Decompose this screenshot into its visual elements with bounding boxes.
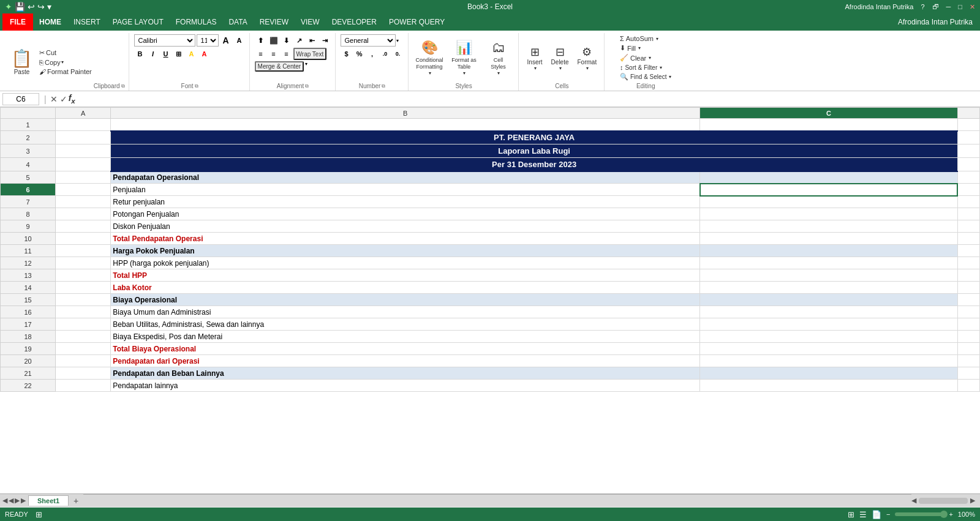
cell-10-A[interactable] — [56, 233, 111, 245]
cell-16-A[interactable] — [56, 306, 111, 318]
indent-inc-btn[interactable]: ⇥ — [319, 34, 331, 47]
cell-7-B[interactable]: Retur penjualan — [111, 196, 700, 208]
merge-center-btn[interactable]: Merge & Center — [255, 61, 304, 72]
italic-button[interactable]: I — [147, 48, 159, 60]
minimize-btn[interactable]: ─ — [946, 3, 951, 10]
cell-8-B[interactable]: Potongan Penjualan — [111, 208, 700, 220]
close-btn[interactable]: ✕ — [970, 3, 975, 11]
view-menu-item[interactable]: VIEW — [295, 13, 326, 31]
cell-2-A[interactable] — [56, 131, 111, 144]
cell-6-B[interactable]: Penjualan — [111, 184, 700, 196]
find-select-btn[interactable]: 🔍 Find & Select ▾ — [618, 72, 673, 81]
sheet-nav-prev[interactable]: ◀ — [2, 497, 7, 504]
cell-18-C[interactable] — [700, 331, 958, 343]
cell-13-B[interactable]: Total HPP — [111, 269, 700, 282]
insert-function-btn[interactable]: fx — [69, 93, 75, 105]
cell-1-C[interactable] — [700, 119, 958, 131]
autosum-dropdown[interactable]: ▾ — [656, 36, 658, 42]
row-header-19[interactable]: 19 — [1, 343, 56, 355]
developer-menu-item[interactable]: DEVELOPER — [326, 13, 383, 31]
fill-dropdown[interactable]: ▾ — [638, 45, 641, 51]
cell-22-B[interactable]: Pendapatan lainnya — [111, 380, 700, 392]
row-header-9[interactable]: 9 — [1, 220, 56, 233]
cell-16-B[interactable]: Biaya Umum dan Administrasi — [111, 306, 700, 318]
cell-9-A[interactable] — [56, 220, 111, 233]
row-header-12[interactable]: 12 — [1, 257, 56, 269]
cell-16-C[interactable] — [700, 306, 958, 318]
alignment-expand-icon[interactable]: ⧉ — [305, 83, 309, 89]
row-header-1[interactable]: 1 — [1, 119, 56, 131]
cell-15-B[interactable]: Biaya Operasional — [111, 294, 700, 306]
conditional-formatting-btn[interactable]: 🎨 ConditionalFormatting ▾ — [413, 39, 446, 77]
cell-22-A[interactable] — [56, 380, 111, 392]
cell-6-C[interactable] — [700, 184, 958, 196]
cell-9-C[interactable] — [700, 220, 958, 233]
cell-17-A[interactable] — [56, 318, 111, 331]
row-header-8[interactable]: 8 — [1, 208, 56, 220]
help-btn[interactable]: ? — [921, 3, 924, 10]
fill-color-btn[interactable]: A — [186, 48, 198, 60]
align-center-btn[interactable]: ≡ — [268, 48, 280, 60]
user-account[interactable]: Afrodinda Intan Putrika — [898, 18, 978, 26]
row-header-10[interactable]: 10 — [1, 233, 56, 245]
autosum-btn[interactable]: Σ AutoSum ▾ — [618, 34, 660, 43]
formula-input[interactable] — [79, 95, 978, 103]
align-bottom-btn[interactable]: ⬇ — [281, 34, 293, 47]
font-shrink-btn[interactable]: A — [233, 34, 246, 47]
font-size-select[interactable]: 11 — [197, 34, 219, 47]
power-query-menu-item[interactable]: POWER QUERY — [383, 13, 451, 31]
clear-dropdown[interactable]: ▾ — [649, 55, 651, 61]
cell-4-B[interactable]: Per 31 Desember 2023 — [111, 158, 958, 171]
add-sheet-btn[interactable]: + — [69, 495, 83, 507]
bold-button[interactable]: B — [134, 48, 146, 60]
h-scroll-left[interactable]: ◀ — [911, 497, 916, 504]
cell-20-C[interactable] — [700, 355, 958, 367]
format-as-table-btn[interactable]: 📊 Format asTable ▾ — [448, 39, 480, 77]
clipboard-expand-icon[interactable]: ⧉ — [121, 83, 125, 89]
align-top-btn[interactable]: ⬆ — [255, 34, 267, 47]
cell-3-B[interactable]: Laporan Laba Rugi — [111, 144, 958, 158]
font-color-btn[interactable]: A — [198, 48, 211, 60]
col-header-c[interactable]: C — [700, 108, 958, 119]
currency-btn[interactable]: $ — [341, 48, 353, 60]
sheet-tab-sheet1[interactable]: Sheet1 — [28, 495, 69, 506]
cell-14-B[interactable]: Laba Kotor — [111, 282, 700, 294]
comma-btn[interactable]: , — [366, 48, 379, 60]
review-menu-item[interactable]: REVIEW — [254, 13, 295, 31]
cell-13-A[interactable] — [56, 269, 111, 282]
row-header-6[interactable]: 6 — [1, 184, 56, 196]
format-painter-button[interactable]: 🖌 Format Painter — [37, 67, 94, 76]
cell-14-C[interactable] — [700, 282, 958, 294]
cancel-formula-btn[interactable]: ✕ — [50, 94, 58, 104]
font-name-select[interactable]: Calibri — [134, 34, 195, 47]
align-middle-btn[interactable]: ⬛ — [268, 34, 280, 47]
row-header-20[interactable]: 20 — [1, 355, 56, 367]
delete-btn[interactable]: ⊟ Delete ▾ — [548, 42, 573, 74]
row-header-11[interactable]: 11 — [1, 245, 56, 257]
cell-5-C[interactable] — [700, 171, 958, 184]
cell-18-B[interactable]: Biaya Ekspedisi, Pos dan Meterai — [111, 331, 700, 343]
cell-10-B[interactable]: Total Pendapatan Operasi — [111, 233, 700, 245]
cell-19-C[interactable] — [700, 343, 958, 355]
number-format-dropdown[interactable]: ▾ — [396, 38, 399, 43]
cell-17-B[interactable]: Beban Utilitas, Administrasi, Sewa dan l… — [111, 318, 700, 331]
indent-dec-btn[interactable]: ⇤ — [306, 34, 318, 47]
number-expand-icon[interactable]: ⧉ — [382, 83, 385, 89]
row-header-4[interactable]: 4 — [1, 158, 56, 171]
cell-22-C[interactable] — [700, 380, 958, 392]
text-angle-btn[interactable]: ↗ — [293, 34, 306, 47]
copy-dropdown-icon[interactable]: ▾ — [61, 59, 64, 65]
cell-1-A[interactable] — [56, 119, 111, 131]
sheet-nav-next2[interactable]: ▶ — [21, 497, 26, 504]
cell-12-B[interactable]: HPP (harga pokok penjualan) — [111, 257, 700, 269]
cell-12-C[interactable] — [700, 257, 958, 269]
cell-18-A[interactable] — [56, 331, 111, 343]
align-left-btn[interactable]: ≡ — [255, 48, 267, 60]
row-header-22[interactable]: 22 — [1, 380, 56, 392]
h-scroll-right[interactable]: ▶ — [970, 497, 975, 504]
font-expand-icon[interactable]: ⧉ — [195, 83, 198, 89]
format-cells-btn[interactable]: ⚙ Format ▾ — [574, 42, 601, 74]
cell-7-A[interactable] — [56, 196, 111, 208]
percent-btn[interactable]: % — [353, 48, 366, 60]
merge-dropdown-icon[interactable]: ▾ — [305, 61, 307, 72]
